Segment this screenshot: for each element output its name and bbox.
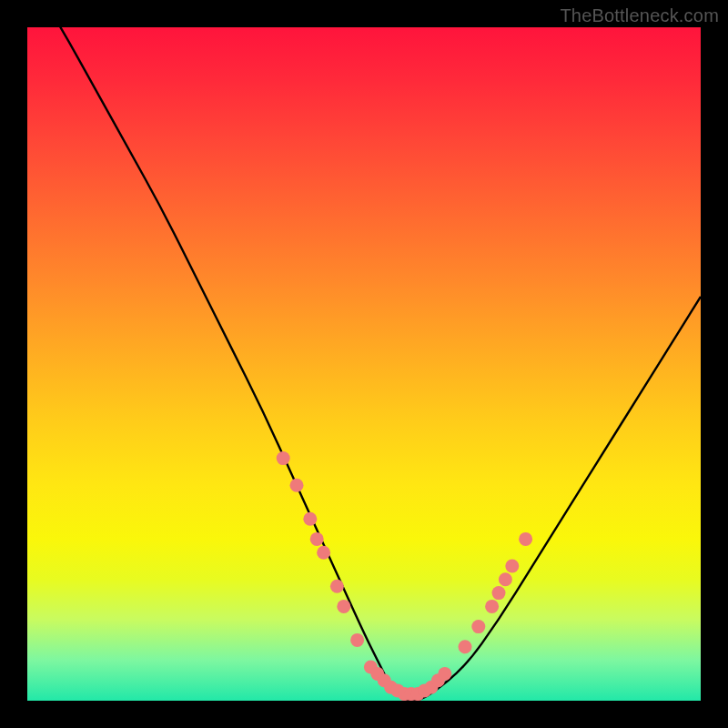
- marker-point: [505, 560, 519, 573]
- chart-frame: TheBottleneck.com: [0, 0, 728, 728]
- marker-point: [459, 640, 472, 653]
- highlighted-points-group: [277, 451, 532, 701]
- marker-point: [499, 572, 512, 586]
- marker-point: [337, 600, 350, 613]
- marker-point: [310, 532, 324, 546]
- marker-point: [492, 586, 506, 600]
- bottleneck-curve-path: [27, 27, 701, 701]
- plot-area: [27, 27, 701, 701]
- marker-point: [471, 620, 485, 633]
- watermark-text: TheBottleneck.com: [560, 5, 719, 26]
- bottleneck-curve-svg: [27, 27, 701, 701]
- marker-point: [277, 451, 290, 465]
- marker-point: [317, 546, 330, 560]
- marker-point: [303, 512, 317, 526]
- marker-point: [438, 667, 451, 681]
- marker-point: [519, 532, 532, 546]
- marker-point: [290, 479, 304, 492]
- marker-point: [350, 633, 364, 647]
- marker-point: [330, 580, 344, 593]
- marker-point: [485, 600, 499, 613]
